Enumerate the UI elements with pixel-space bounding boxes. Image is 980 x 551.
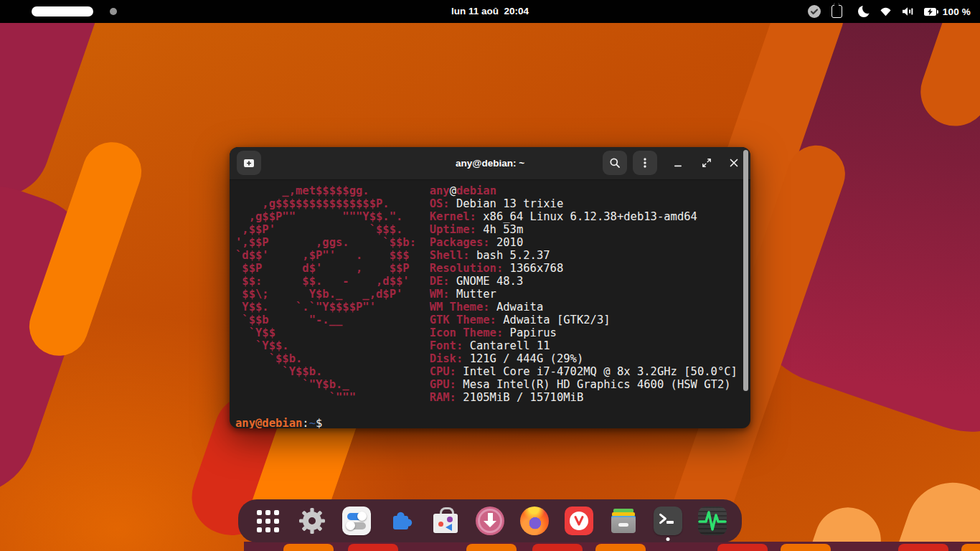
battery-charging-icon: 100 %: [924, 6, 971, 17]
dock-item-tweaks[interactable]: [341, 505, 372, 537]
dock-item-firefox[interactable]: [519, 505, 550, 537]
gear-icon: [298, 507, 326, 534]
terminal-line: `Y$$ Icon Theme: Papirus: [235, 326, 745, 339]
terminal-line: `Y$$b. CPU: Intel Core i7-4702MQ @ 8x 3.…: [235, 365, 745, 378]
terminal-line: $$P d$' , $$P Resolution: 980x551: [235, 262, 745, 275]
dock-item-vivaldi[interactable]: [563, 505, 595, 537]
puzzle-icon: [387, 507, 415, 535]
terminal-line: `""" RAM: 2105MiB / 15710MiB: [235, 391, 745, 404]
dock-item-software[interactable]: [430, 505, 461, 537]
search-button[interactable]: [603, 151, 627, 175]
update-arrow-icon: [476, 507, 504, 535]
wifi-icon: [880, 7, 892, 17]
terminal-line: `d$$' ,$P"' . $$$ Shell: bash 5.2.37: [235, 249, 745, 262]
battery-percentage: 100 %: [943, 6, 971, 17]
scrollbar[interactable]: [743, 150, 748, 391]
window-title: any@debian: ~: [456, 147, 524, 179]
terminal-line: `Y$$. Font: Cantarell 11: [235, 339, 745, 352]
terminal-line: $$\; Y$b._ _,d$P' WM: Mutter: [235, 288, 745, 301]
volume-icon: [902, 6, 914, 17]
terminal-line: Y$$. `.`"Y$$$$P"' WM Theme: Adwaita: [235, 301, 745, 314]
dock-item-file-manager[interactable]: [608, 505, 639, 537]
search-icon: [609, 157, 621, 169]
terminal-line: ,$$P' `$$$. Uptime: 4h 53m: [235, 223, 745, 236]
activity-wave-icon: [698, 507, 727, 535]
restore-button[interactable]: [697, 154, 716, 172]
close-icon: [729, 158, 739, 168]
close-button[interactable]: [725, 154, 743, 172]
clipboard-icon[interactable]: [831, 5, 842, 18]
dock-item-extensions[interactable]: [385, 505, 417, 537]
check-circle-icon[interactable]: [807, 4, 821, 19]
workspace-indicator-active[interactable]: [32, 6, 93, 17]
new-tab-button[interactable]: [237, 151, 261, 175]
terminal-line: $$: $$. - ,d$$' DE: GNOME 48.3: [235, 275, 745, 288]
workspace-indicator-inactive[interactable]: [110, 8, 117, 15]
terminal-line: `$$b "-.__ GTK Theme: Adwaita [GTK2/3]: [235, 314, 745, 326]
wallpaper-drip: [880, 470, 980, 551]
terminal-line: `$$b. Disk: 121G / 444G (29%): [235, 352, 745, 365]
app-grid-icon: [257, 510, 279, 532]
wallpaper-bottom-strip: [244, 542, 980, 551]
moon-icon: [858, 6, 870, 17]
dock-item-console[interactable]: [652, 505, 684, 537]
shopping-bag-icon: [432, 507, 459, 535]
minimize-icon: [673, 158, 683, 168]
vivaldi-icon: [565, 507, 593, 535]
dock-item-software-updater[interactable]: [474, 505, 506, 537]
clock[interactable]: lun 11 aoû 20:04: [451, 0, 529, 23]
toggles-icon: [342, 507, 371, 535]
terminal-line: ',$$P ,ggs. `$$b: Packages: 2010: [235, 236, 745, 249]
menu-icon: [639, 157, 651, 169]
running-indicator: [666, 537, 670, 541]
restore-icon: [702, 158, 712, 168]
terminal-line: ,g$$$$$$$$$$$$$$$P. OS: Debian 13 trixie: [235, 197, 745, 210]
dock-item-system-monitor[interactable]: [697, 505, 728, 537]
terminal-line: `"Y$b._ GPU: Mesa Intel(R) HD Graphics 4…: [235, 378, 745, 391]
bolt-icon: [924, 8, 936, 16]
dock-item-settings[interactable]: [296, 505, 328, 537]
status-area[interactable]: 100 %: [807, 0, 971, 23]
minimize-button[interactable]: [669, 154, 687, 172]
terminal-icon: [654, 507, 682, 535]
new-tab-icon: [242, 156, 255, 169]
shell-prompt: any@debian:~$: [235, 417, 745, 428]
terminal-header[interactable]: any@debian: ~: [230, 147, 750, 180]
terminal-line: ,g$$P"" """Y$$.". Kernel: x86_64 Linux 6…: [235, 210, 745, 223]
menu-button[interactable]: [633, 151, 657, 175]
terminal-line: [235, 404, 745, 417]
dock-item-show-apps[interactable]: [252, 505, 283, 537]
terminal-window: any@debian: ~: [230, 147, 750, 428]
terminal-line: _,met$$$$$gg. any@debian: [235, 184, 745, 197]
top-bar: lun 11 aoû 20:04 100 %: [0, 0, 980, 23]
terminal-output[interactable]: _,met$$$$$gg. any@debian ,g$$$$$$$$$$$$$…: [230, 180, 750, 428]
file-cabinet-icon: [609, 507, 638, 535]
dock: [238, 499, 742, 542]
firefox-icon: [520, 507, 549, 535]
